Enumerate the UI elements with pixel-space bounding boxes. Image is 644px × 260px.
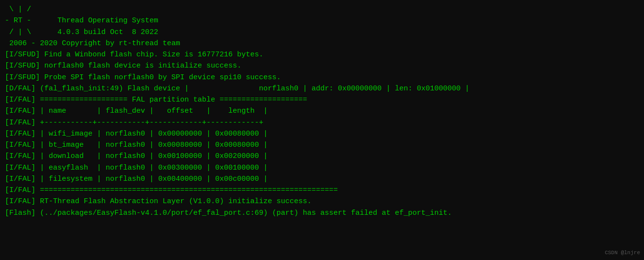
terminal-line-17: [I/FAL] RT-Thread Flash Abstraction Laye… [5, 196, 639, 207]
watermark: CSDN @lnjre [605, 249, 640, 257]
terminal-line-2: / | \ 4.0.3 build Oct 8 2022 [5, 27, 639, 38]
terminal: \ | /- RT - Thread Operating System / | … [0, 0, 644, 260]
terminal-line-13: [I/FAL] | download | norflash0 | 0x00100… [5, 151, 639, 162]
terminal-line-15: [I/FAL] | filesystem | norflash0 | 0x004… [5, 173, 639, 185]
terminal-line-11: [I/FAL] | wifi_image | norflash0 | 0x000… [5, 128, 639, 139]
terminal-line-7: [D/FAL] (fal_flash_init:49) Flash device… [5, 83, 639, 94]
terminal-line-18: [Flash] (../packages/EasyFlash-v4.1.0/po… [5, 208, 639, 219]
terminal-line-0: \ | / [5, 4, 639, 15]
terminal-line-8: [I/FAL] ==================== FAL partiti… [5, 94, 639, 105]
terminal-line-3: 2006 - 2020 Copyright by rt-thread team [5, 38, 639, 49]
terminal-line-1: - RT - Thread Operating System [5, 15, 639, 26]
terminal-line-12: [I/FAL] | bt_image | norflash0 | 0x00080… [5, 139, 639, 151]
terminal-line-14: [I/FAL] | easyflash | norflash0 | 0x0030… [5, 162, 639, 173]
terminal-line-6: [I/SFUD] Probe SPI flash norflash0 by SP… [5, 72, 639, 83]
terminal-line-4: [I/SFUD] Find a Winbond flash chip. Size… [5, 49, 639, 60]
output-lines: \ | /- RT - Thread Operating System / | … [5, 4, 639, 219]
terminal-line-9: [I/FAL] | name | flash_dev | offset | le… [5, 105, 639, 117]
terminal-line-16: [I/FAL] ================================… [5, 185, 639, 196]
terminal-line-5: [I/SFUD] norflash0 flash device is initi… [5, 60, 639, 71]
terminal-line-10: [I/FAL] +-----------+-----------+-------… [5, 117, 639, 128]
